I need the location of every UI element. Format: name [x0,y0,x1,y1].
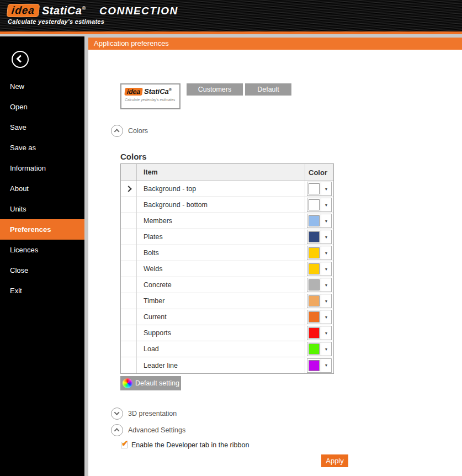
color-cell: ▼ [305,261,333,277]
table-row: Members▼ [121,213,333,229]
row-selector[interactable] [121,213,137,229]
accent-strip [0,31,462,34]
colors-section-toggle[interactable]: Colors [111,125,148,137]
color-swatch [309,199,320,210]
statica-logo-text: StatiCa® [42,4,86,17]
color-picker-dropdown[interactable]: ▼ [307,278,332,292]
color-item-label: Timber [137,293,305,309]
collapse-circle [111,424,123,436]
color-picker-dropdown[interactable]: ▼ [307,358,332,373]
developer-tab-checkbox[interactable]: ✔ [121,442,128,448]
row-selector[interactable] [121,245,137,261]
chevron-down-icon: ▼ [321,278,331,292]
color-picker-dropdown[interactable]: ▼ [307,214,332,228]
color-picker-dropdown[interactable]: ▼ [307,246,332,260]
color-picker-dropdown[interactable]: ▼ [307,294,332,308]
color-item-label: Background - top [137,181,305,197]
row-selector[interactable] [121,309,137,325]
sidebar-item-information[interactable]: Information [0,158,84,178]
color-picker-dropdown[interactable]: ▼ [307,262,332,276]
row-selector[interactable] [121,341,137,357]
chevron-left-icon [17,55,24,62]
row-selector[interactable] [121,261,137,277]
check-icon: ✔ [121,438,129,448]
table-row: Bolts▼ [121,245,333,261]
color-picker-dropdown[interactable]: ▼ [307,342,332,356]
color-cell: ▼ [305,229,333,245]
sidebar-item-units[interactable]: Units [0,199,84,219]
table-row: Background - bottom▼ [121,197,333,213]
chevron-down-icon: ▼ [321,262,331,276]
sidebar-item-close[interactable]: Close [0,260,84,281]
developer-tab-checkbox-row[interactable]: ✔ Enable the Developer tab in the ribbon [121,441,249,449]
row-selector[interactable] [121,325,137,341]
row-selector[interactable] [121,357,137,373]
color-swatch [309,311,320,322]
idea-logo-chip-small: idea [124,88,142,96]
color-item-label: Concrete [137,277,305,293]
color-cell: ▼ [305,325,333,341]
chevron-down-icon: ▼ [321,214,331,228]
chevron-down-icon: ▼ [321,246,331,260]
chevron-down-icon: ▼ [321,294,331,308]
color-cell: ▼ [305,309,333,325]
color-item-label: Leader line [137,357,305,373]
color-swatch [309,327,320,339]
content-panel: idea StatiCa® Calculate yesterday's esti… [88,50,462,476]
sidebar-item-preferences[interactable]: Preferences [0,219,84,240]
developer-tab-checkbox-label: Enable the Developer tab in the ribbon [131,441,249,449]
chevron-down-icon: ▼ [321,326,331,340]
color-item-label: Supports [137,325,305,341]
color-swatch [309,295,320,306]
color-picker-dropdown[interactable]: ▼ [307,230,332,244]
chevron-down-icon: ▼ [321,310,331,324]
color-swatch [309,215,320,226]
row-selector[interactable] [121,197,137,213]
color-swatch [309,247,320,258]
customer-logo-preview: idea StatiCa® Calculate yesterday's esti… [120,83,180,109]
colors-table-header: Item Color [121,164,333,181]
3d-presentation-section-toggle[interactable]: 3D presentation [111,408,177,420]
logo-tagline-small: Calculate yesterday's estimates [125,98,179,102]
advanced-settings-section-toggle[interactable]: Advanced Settings [111,424,185,436]
color-picker-dropdown[interactable]: ▼ [307,182,332,196]
default-setting-label: Default setting [135,379,179,387]
row-selector[interactable] [121,277,137,293]
table-row: Background - top▼ [121,181,333,197]
row-selector[interactable] [121,181,137,197]
sidebar-item-new[interactable]: New [0,76,84,97]
app-header: idea StatiCa® CONNECTION Calculate yeste… [0,0,462,31]
sidebar-item-open[interactable]: Open [0,97,84,117]
chevron-up-icon [114,129,120,134]
sidebar-item-about[interactable]: About [0,178,84,199]
customers-logo-button[interactable]: Customers logo [187,83,243,96]
app-logo: idea StatiCa® [7,4,86,17]
row-selector[interactable] [121,293,137,309]
table-row: Current▼ [121,309,333,325]
sidebar-nav: NewOpenSaveSave asInformationAboutUnitsP… [0,76,84,301]
colors-table: Item Color Background - top▼Background -… [120,163,334,374]
sidebar: NewOpenSaveSave asInformationAboutUnitsP… [0,36,84,476]
default-setting-button[interactable]: Default setting [120,376,181,390]
apply-button[interactable]: Apply [321,454,348,467]
sidebar-item-licences[interactable]: Licences [0,240,84,260]
color-picker-dropdown[interactable]: ▼ [307,326,332,340]
row-selector[interactable] [121,229,137,245]
color-cell: ▼ [305,277,333,293]
statica-logo-text-small: StatiCa® [144,87,172,96]
sidebar-item-save[interactable]: Save [0,117,84,137]
table-row: Timber▼ [121,293,333,309]
color-swatch [309,279,320,290]
color-swatch [309,263,320,274]
default-logo-button[interactable]: Default logo [245,83,291,96]
item-column-header: Item [137,164,305,181]
collapse-circle [111,125,123,137]
sidebar-item-save-as[interactable]: Save as [0,137,84,158]
color-picker-dropdown[interactable]: ▼ [307,198,332,212]
back-button[interactable] [12,51,29,68]
color-column-header: Color [305,164,333,181]
sidebar-item-exit[interactable]: Exit [0,281,84,301]
color-picker-dropdown[interactable]: ▼ [307,310,332,324]
current-row-arrow-icon [125,186,131,192]
chevron-down-icon: ▼ [321,198,331,211]
